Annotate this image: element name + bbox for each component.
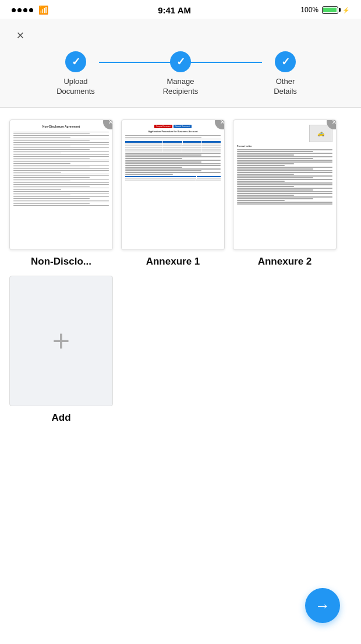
step-upload-label: UploadDocuments <box>56 77 95 97</box>
step-upload: ✓ UploadDocuments <box>23 51 128 97</box>
step-other-label: OtherDetails <box>274 77 297 97</box>
wifi-icon: 📶 <box>38 5 48 15</box>
nda-preview-text <box>13 132 109 206</box>
close-button[interactable]: × <box>12 27 29 44</box>
battery-percent: 100% <box>300 6 318 14</box>
main-content: × Non-Disclosure Agreement <box>0 108 361 435</box>
step-other: ✓ OtherDetails <box>233 51 338 97</box>
annexure1-table <box>125 141 221 152</box>
document-grid: × Non-Disclosure Agreement <box>9 119 352 424</box>
status-right: 100% ⚡ <box>300 6 349 14</box>
annexure1-preview: Sample Document Sample Document Applicat… <box>122 120 224 249</box>
signal-dots <box>12 8 33 12</box>
signal-dot-4 <box>29 8 33 12</box>
doc-label-nda: Non-Disclo... <box>9 256 113 268</box>
status-bar: 📶 9:41 AM 100% ⚡ <box>0 0 361 19</box>
annexure2-title-text: Format Letter <box>237 145 332 148</box>
doc-item-annexure1: × Sample Document Sample Document Applic… <box>121 119 225 268</box>
doc-item-annexure2: × 🚕 Format Letter <box>233 119 337 268</box>
status-left: 📶 <box>12 5 48 15</box>
step-upload-check: ✓ <box>72 55 80 68</box>
annexure2-graphic-area: 🚕 <box>237 125 332 142</box>
annexure1-header-badges: Sample Document Sample Document <box>125 125 221 128</box>
add-document-button[interactable]: + <box>9 276 113 406</box>
doc-thumb-nda[interactable]: × Non-Disclosure Agreement <box>9 119 113 250</box>
doc-label-annexure2: Annexure 2 <box>233 256 337 268</box>
signal-dot-3 <box>23 8 27 12</box>
next-arrow-icon: → <box>315 597 330 615</box>
step-upload-circle: ✓ <box>65 51 86 72</box>
doc-item-nda: × Non-Disclosure Agreement <box>9 119 113 268</box>
signal-dot-2 <box>17 8 22 12</box>
nda-preview-title: Non-Disclosure Agreement <box>13 125 109 129</box>
status-time: 9:41 AM <box>158 5 191 15</box>
next-fab-button[interactable]: → <box>305 588 340 623</box>
annexure1-title-text: Application Procedure for Business Accou… <box>125 130 221 133</box>
step-other-circle: ✓ <box>275 51 296 72</box>
doc-thumb-annexure2[interactable]: × 🚕 Format Letter <box>233 119 337 250</box>
step-manage-circle: ✓ <box>170 51 191 72</box>
step-manage-label: ManageRecipients <box>163 77 199 97</box>
add-plus-icon: + <box>52 326 70 356</box>
progress-stepper: ✓ UploadDocuments ✓ ManageRecipients ✓ O… <box>12 51 349 97</box>
step-manage-check: ✓ <box>176 55 185 68</box>
battery-icon <box>322 6 338 14</box>
doc-label-annexure1: Annexure 1 <box>121 256 225 268</box>
add-document-label: Add <box>9 412 113 424</box>
stepper-header: × ✓ UploadDocuments ✓ ManageRecipients ✓… <box>0 19 361 108</box>
doc-thumb-annexure1[interactable]: × Sample Document Sample Document Applic… <box>121 119 225 250</box>
step-other-check: ✓ <box>281 55 290 68</box>
annexure2-preview: 🚕 Format Letter <box>233 120 336 249</box>
sample-badge-blue: Sample Document <box>174 125 192 128</box>
sample-badge-red: Sample Document <box>154 125 172 128</box>
add-document-item: + Add <box>9 276 113 424</box>
charging-icon: ⚡ <box>342 7 349 13</box>
step-manage: ✓ ManageRecipients <box>128 51 233 97</box>
nda-preview: Non-Disclosure Agreement <box>10 120 112 249</box>
signal-dot-1 <box>12 8 16 12</box>
